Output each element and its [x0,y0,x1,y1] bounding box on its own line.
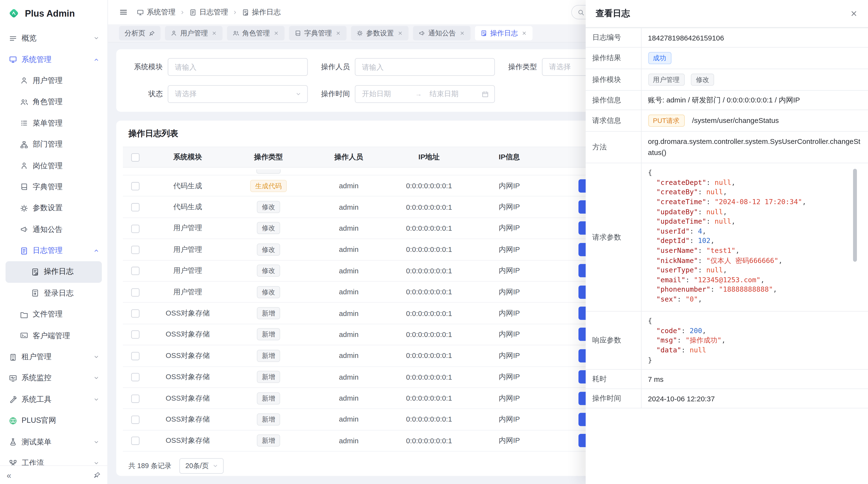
collapse-sidebar-button[interactable]: « [7,471,11,479]
close-icon[interactable] [397,30,403,36]
row-checkbox[interactable] [131,373,139,381]
row-checkbox[interactable] [131,267,139,275]
detail-row-request-params: 请求参数 { "createDept": null, "createBy": n… [586,163,868,312]
scrollbar-thumb[interactable] [853,169,857,262]
sidebar-item[interactable]: 登录日志 [0,283,107,304]
client-icon [20,332,28,340]
sidebar-item-label: 测试菜单 [22,437,89,447]
logo[interactable]: Plus Admin [0,0,107,27]
row-checkbox[interactable] [131,224,139,233]
status-select[interactable]: 请选择 [168,85,308,103]
sidebar-item[interactable]: 通知公告 [0,219,107,240]
sidebar-item[interactable]: 操作日志 [5,261,102,283]
operator-input[interactable] [355,58,495,76]
operation-time-range-picker[interactable]: 开始日期 → 结束日期 [355,85,495,103]
close-icon[interactable] [211,30,217,36]
sidebar-item[interactable]: 参数设置 [0,198,107,219]
cell-ip-info: 内网IP [469,430,549,451]
close-icon[interactable] [273,30,279,36]
post-icon [20,161,28,170]
operation-type-tag: 新增 [257,434,280,447]
tab-active[interactable]: 操作日志 [475,26,532,40]
cell-module: OSS对象存储 [147,324,228,345]
filter-system-module: 系统模块 [132,58,308,76]
row-checkbox[interactable] [131,394,139,402]
row-checkbox[interactable] [131,437,139,445]
system-module-input[interactable] [168,58,308,76]
operation-type-tag: 修改 [257,244,280,256]
breadcrumb-item[interactable]: 日志管理 [189,7,228,17]
tab-item[interactable]: 角色管理 [227,26,284,40]
detail-row-request: 请求信息 PUT请求 /system/user/changeStatus [586,110,868,132]
sidebar-item[interactable]: 租户管理 [0,346,107,367]
page-size-select[interactable]: 20条/页 [179,458,224,474]
row-checkbox[interactable] [131,331,139,339]
close-icon[interactable] [850,9,858,18]
breadcrumb-item[interactable]: 操作日志 [242,7,281,17]
cell-operator: admin [309,218,389,239]
close-icon[interactable] [459,30,465,36]
row-checkbox[interactable] [131,246,139,254]
cell-operator: admin [309,366,389,388]
filter-label-operator: 操作人员 [319,62,350,72]
tab-item[interactable]: 参数设置 [350,26,408,40]
test-icon [9,438,17,446]
tab-item[interactable]: 字典管理 [289,26,346,40]
sidebar-item[interactable]: 用户管理 [0,70,107,91]
sidebar-item[interactable]: 岗位管理 [0,155,107,176]
drawer-title: 查看日志 [595,8,630,19]
sidebar-item[interactable]: 角色管理 [0,91,107,112]
tab-item[interactable]: 分析页 [119,26,160,40]
date-range-arrow: → [415,90,422,98]
filter-label-status: 状态 [132,89,163,99]
sidebar-item[interactable]: 系统监控 [0,367,107,389]
code-scrollbar[interactable] [853,169,857,305]
detail-label: 操作时间 [586,389,641,408]
tab-item[interactable]: 用户管理 [165,26,222,40]
close-icon[interactable] [335,30,341,36]
sidebar-item-label: 菜单管理 [33,118,100,128]
tab-item[interactable]: 通知公告 [413,26,470,40]
chevron-right-icon [232,9,238,15]
sidebar-item[interactable]: 系统管理 [0,49,107,70]
sidebar-item[interactable]: 文件管理 [0,304,107,325]
close-icon[interactable] [521,30,527,36]
sidebar-item[interactable]: 日志管理 [0,240,107,261]
breadcrumb-item[interactable]: 系统管理 [137,7,176,17]
cell-ip-info: 内网IP [469,324,549,345]
chevron-up-icon [93,56,100,63]
filter-label-operation-type: 操作类型 [506,62,537,72]
row-checkbox[interactable] [131,182,139,190]
chevron-down-icon [212,463,219,470]
row-checkbox[interactable] [131,288,139,296]
sidebar-item[interactable]: 概览 [0,28,107,49]
sidebar-item[interactable]: 系统工具 [0,389,107,410]
row-checkbox[interactable] [131,203,139,212]
sidebar-item[interactable]: 字典管理 [0,176,107,198]
sidebar-item[interactable]: 部门管理 [0,134,107,155]
operation-type-tag: 新增 [257,328,280,341]
sidebar-item[interactable]: 菜单管理 [0,112,107,134]
cell-module: OSS对象存储 [147,345,228,366]
loginlog-icon [31,289,39,297]
calendar-icon [482,90,489,98]
column-header: 操作人员 [309,147,389,167]
sidebar-item[interactable]: 工作流 [0,453,107,465]
tab-label: 用户管理 [180,28,208,38]
hamburger-icon[interactable] [119,8,128,17]
sidebar-item[interactable]: 客户端管理 [0,325,107,346]
sidebar-item[interactable]: PLUS官网 [0,410,107,431]
chevron-down-icon [93,439,100,445]
pin-icon[interactable] [149,30,155,36]
detail-label: 方法 [586,131,641,163]
cell-module: OSS对象存储 [147,409,228,430]
operation-type-tag: 新增 [257,307,280,319]
row-checkbox[interactable] [131,416,139,424]
row-checkbox[interactable] [131,352,139,360]
row-checkbox[interactable] [131,310,139,318]
user-icon [20,77,28,85]
pin-sidebar-icon[interactable] [94,472,101,479]
select-all-checkbox[interactable] [131,153,139,161]
page-size-value: 20条/页 [185,461,209,471]
sidebar-item[interactable]: 测试菜单 [0,431,107,452]
